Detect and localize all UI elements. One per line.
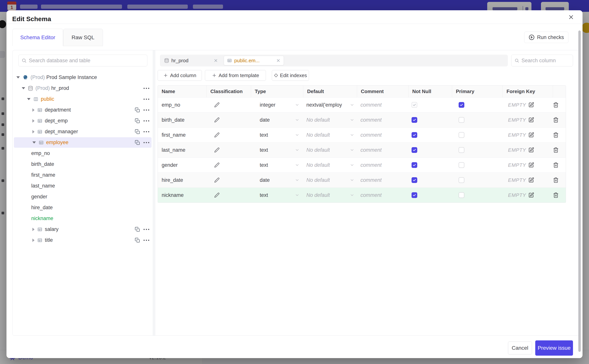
edit-indexes-button[interactable]: Edit indexes — [272, 70, 309, 81]
tree-item-prod-sample-instance[interactable]: (Prod)Prod Sample Instance — [13, 72, 153, 83]
comment-input[interactable]: comment — [357, 143, 408, 157]
type-select[interactable]: text — [251, 188, 303, 202]
column-name[interactable]: nickname — [158, 188, 207, 202]
not-null-checkbox[interactable] — [412, 132, 417, 138]
tree-item-hire-date[interactable]: hire_date — [13, 202, 153, 213]
preview-issue-button[interactable]: Preview issue — [535, 340, 573, 356]
tree-caret-icon[interactable] — [32, 119, 34, 123]
column-name[interactable]: gender — [158, 158, 207, 172]
tree-caret-icon[interactable] — [32, 108, 34, 112]
tree-item-birth-date[interactable]: birth_date — [13, 159, 153, 170]
pencil-icon[interactable] — [214, 192, 220, 198]
close-tab-icon[interactable] — [214, 58, 218, 63]
column-name[interactable]: last_name — [158, 143, 207, 157]
primary-checkbox[interactable] — [459, 147, 464, 153]
tree-item-nickname[interactable]: nickname — [13, 213, 153, 224]
default-select[interactable]: No default — [303, 173, 357, 188]
edit-foreign-key-icon[interactable] — [528, 132, 534, 138]
pencil-icon[interactable] — [214, 102, 220, 108]
more-actions-icon[interactable] — [144, 229, 149, 230]
tree-item-last-name[interactable]: last_name — [13, 181, 153, 191]
comment-input[interactable]: comment — [357, 128, 408, 143]
delete-column-icon[interactable] — [553, 147, 559, 153]
add-from-template-button[interactable]: Add from template — [205, 70, 266, 81]
tree-item-salary[interactable]: salary — [13, 224, 153, 235]
tree-item-emp-no[interactable]: emp_no — [13, 148, 153, 159]
delete-column-icon[interactable] — [553, 102, 559, 108]
tree-search-input[interactable] — [29, 58, 147, 64]
tree-item-dept-manager[interactable]: dept_manager — [13, 126, 153, 137]
pencil-icon[interactable] — [214, 132, 220, 138]
type-select[interactable]: date — [251, 173, 303, 188]
editor-tab-public-employee[interactable]: public.em... — [224, 56, 284, 65]
not-null-checkbox[interactable] — [412, 102, 417, 108]
copy-icon[interactable] — [135, 118, 140, 124]
editor-tab-hr-prod[interactable]: hr_prod — [161, 56, 221, 65]
tree-item-public[interactable]: public — [13, 94, 153, 104]
column-name[interactable]: hire_date — [158, 173, 207, 188]
edit-foreign-key-icon[interactable] — [528, 147, 534, 153]
not-null-checkbox[interactable] — [412, 162, 417, 168]
more-actions-icon[interactable] — [144, 120, 149, 122]
type-select[interactable]: text — [251, 143, 303, 157]
delete-column-icon[interactable] — [553, 117, 559, 123]
tab-raw-sql[interactable]: Raw SQL — [63, 29, 103, 46]
more-actions-icon[interactable] — [144, 110, 149, 110]
type-select[interactable]: text — [251, 128, 303, 143]
copy-icon[interactable] — [135, 227, 140, 232]
comment-input[interactable]: comment — [357, 173, 408, 188]
primary-checkbox[interactable] — [459, 132, 464, 138]
delete-column-icon[interactable] — [553, 177, 559, 183]
copy-icon[interactable] — [135, 238, 140, 243]
default-select[interactable]: No default — [303, 112, 357, 127]
copy-icon[interactable] — [135, 129, 140, 134]
tree-caret-icon[interactable] — [32, 239, 34, 242]
default-select[interactable]: No default — [303, 158, 357, 172]
more-actions-icon[interactable] — [144, 240, 149, 241]
run-checks-button[interactable]: Run checks — [524, 32, 569, 43]
comment-input[interactable]: comment — [357, 158, 408, 172]
copy-icon[interactable] — [135, 140, 140, 145]
not-null-checkbox[interactable] — [412, 117, 417, 123]
column-search-input[interactable] — [522, 58, 573, 64]
tree-item-employee[interactable]: employee — [13, 137, 153, 148]
close-tab-icon[interactable] — [276, 58, 281, 63]
tree-item-gender[interactable]: gender — [13, 191, 153, 202]
column-search[interactable] — [511, 55, 573, 66]
tree-item-dept-emp[interactable]: dept_emp — [13, 115, 153, 126]
default-select[interactable]: No default — [303, 188, 357, 202]
default-select[interactable]: No default — [303, 143, 357, 157]
tree-item-department[interactable]: department — [13, 104, 153, 115]
tree-search[interactable] — [18, 55, 147, 66]
panel-divider[interactable] — [153, 50, 155, 335]
default-select[interactable]: nextval('employ — [303, 98, 357, 112]
scrollbar-thumb[interactable] — [578, 31, 581, 352]
primary-checkbox[interactable] — [459, 162, 464, 168]
pencil-icon[interactable] — [214, 147, 220, 153]
default-select[interactable]: No default — [303, 128, 357, 143]
copy-icon[interactable] — [135, 107, 140, 113]
tree-caret-icon[interactable] — [22, 87, 25, 89]
type-select[interactable]: text — [251, 158, 303, 172]
pencil-icon[interactable] — [214, 117, 220, 123]
primary-checkbox[interactable] — [459, 177, 464, 183]
edit-foreign-key-icon[interactable] — [528, 102, 534, 108]
more-actions-icon[interactable] — [144, 88, 149, 89]
comment-input[interactable]: comment — [357, 112, 408, 127]
edit-foreign-key-icon[interactable] — [528, 117, 534, 123]
not-null-checkbox[interactable] — [412, 192, 417, 198]
tree-item-hr-prod[interactable]: (Prod)hr_prod — [13, 83, 153, 94]
tree-caret-icon[interactable] — [16, 76, 20, 78]
type-select[interactable]: integer — [251, 98, 303, 112]
pencil-icon[interactable] — [214, 162, 220, 168]
not-null-checkbox[interactable] — [412, 177, 417, 183]
edit-foreign-key-icon[interactable] — [528, 162, 534, 168]
primary-checkbox[interactable] — [459, 117, 464, 123]
tree-caret-icon[interactable] — [27, 98, 31, 100]
delete-column-icon[interactable] — [553, 132, 559, 138]
column-name[interactable]: emp_no — [158, 98, 207, 112]
add-column-button[interactable]: Add column — [158, 70, 202, 81]
delete-column-icon[interactable] — [553, 192, 559, 198]
comment-input[interactable]: comment — [357, 188, 408, 202]
not-null-checkbox[interactable] — [412, 147, 417, 153]
